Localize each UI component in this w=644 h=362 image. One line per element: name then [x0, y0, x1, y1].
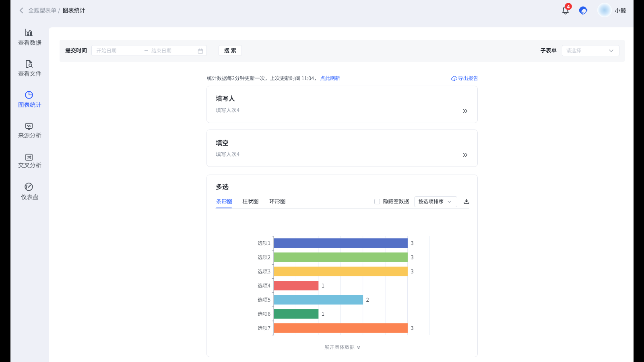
- svg-text:4: 4: [567, 4, 570, 9]
